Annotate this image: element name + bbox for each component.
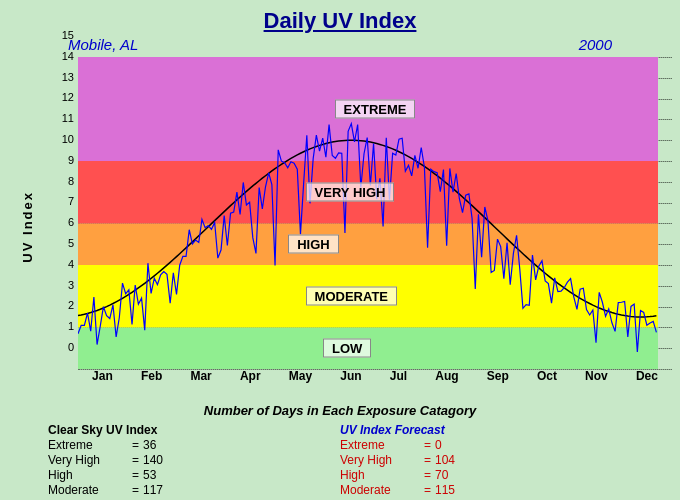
zone-label-very-high: VERY HIGH <box>306 183 395 202</box>
zone-label-low: LOW <box>323 339 371 358</box>
clear-sky-row: Very High=140 <box>48 453 340 467</box>
svg-rect-2 <box>78 223 658 265</box>
clear-sky-legend: Clear Sky UV Index Extreme=36Very High=1… <box>48 422 340 500</box>
forecast-row: Very High=104 <box>340 453 632 467</box>
forecast-row: Moderate=115 <box>340 483 632 497</box>
subtitle-year: 2000 <box>579 36 612 53</box>
x-label-mar: Mar <box>190 369 211 383</box>
legend-area: Number of Days in Each Exposure Catagory… <box>8 403 672 500</box>
clear-sky-row: High=53 <box>48 468 340 482</box>
subtitle-location: Mobile, AL <box>68 36 138 53</box>
forecast-header: UV Index Forecast <box>340 423 632 437</box>
y-tick-4: 4 <box>68 258 74 270</box>
clear-sky-row: Moderate=117 <box>48 483 340 497</box>
zone-label-moderate: MODERATE <box>306 287 397 306</box>
y-tick-15: 15 <box>62 29 74 41</box>
x-label-feb: Feb <box>141 369 162 383</box>
y-tick-7: 7 <box>68 195 74 207</box>
clear-sky-rows: Extreme=36Very High=140High=53Moderate=1… <box>48 438 340 500</box>
y-tick-9: 9 <box>68 154 74 166</box>
x-label-may: May <box>289 369 312 383</box>
x-label-jul: Jul <box>390 369 407 383</box>
page-title: Daily UV Index <box>8 8 672 34</box>
y-tick-1: 1 <box>68 320 74 332</box>
x-label-apr: Apr <box>240 369 261 383</box>
zone-label-extreme: EXTREME <box>335 100 416 119</box>
clear-sky-row: Extreme=36 <box>48 438 340 452</box>
y-tick-10: 10 <box>62 133 74 145</box>
forecast-rows: Extreme=0Very High=104High=70Moderate=11… <box>340 438 632 500</box>
y-tick-14: 14 <box>62 50 74 62</box>
chart-area: 0123456789101112131415 EXTREMEVERY HIGHH… <box>38 57 672 397</box>
y-tick-11: 11 <box>62 112 74 124</box>
y-axis-ticks: 0123456789101112131415 <box>38 57 78 369</box>
x-label-aug: Aug <box>435 369 458 383</box>
x-label-nov: Nov <box>585 369 608 383</box>
y-tick-2: 2 <box>68 299 74 311</box>
x-label-jan: Jan <box>92 369 113 383</box>
x-axis: JanFebMarAprMayJunJulAugSepOctNovDec <box>78 369 672 397</box>
y-tick-3: 3 <box>68 279 74 291</box>
y-tick-6: 6 <box>68 216 74 228</box>
y-tick-5: 5 <box>68 237 74 249</box>
y-tick-8: 8 <box>68 175 74 187</box>
zone-label-high: HIGH <box>288 235 339 254</box>
page-container: Daily UV Index Mobile, AL 2000 UV Index … <box>0 0 680 500</box>
y-tick-0: 0 <box>68 341 74 353</box>
y-tick-13: 13 <box>62 71 74 83</box>
forecast-legend: UV Index Forecast Extreme=0Very High=104… <box>340 422 632 500</box>
legend-columns: Clear Sky UV Index Extreme=36Very High=1… <box>18 422 662 500</box>
legend-subtitle: Number of Days in Each Exposure Catagory <box>18 403 662 418</box>
clear-sky-header: Clear Sky UV Index <box>48 423 340 437</box>
chart-wrapper: UV Index 0123456789101112131415 EXTREMEV… <box>16 57 672 397</box>
forecast-row: High=70 <box>340 468 632 482</box>
forecast-row: Extreme=0 <box>340 438 632 452</box>
x-label-sep: Sep <box>487 369 509 383</box>
x-label-dec: Dec <box>636 369 658 383</box>
x-label-jun: Jun <box>340 369 361 383</box>
y-tick-12: 12 <box>62 91 74 103</box>
x-label-oct: Oct <box>537 369 557 383</box>
subtitle-row: Mobile, AL 2000 <box>8 36 672 53</box>
y-axis-label: UV Index <box>16 57 38 397</box>
